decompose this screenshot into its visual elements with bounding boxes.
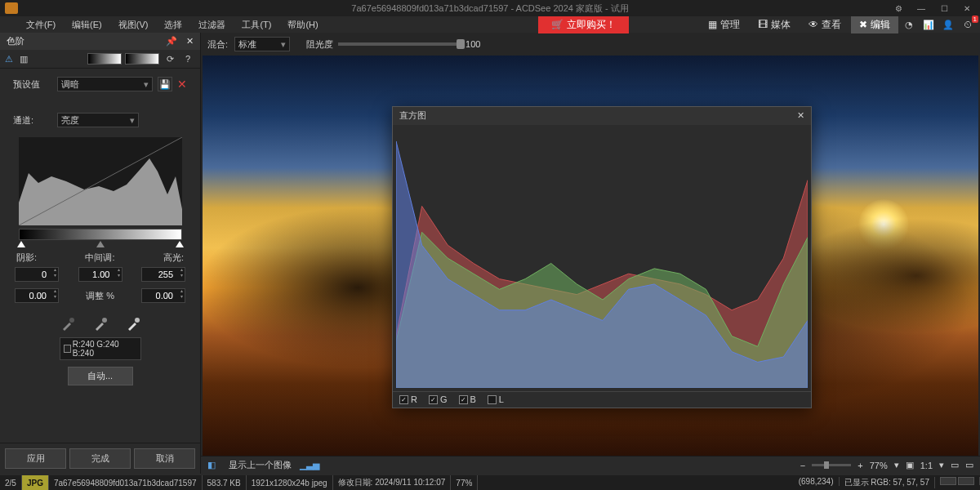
blend-dropdown[interactable]: 标准: [234, 37, 290, 51]
black-point-eyedropper[interactable]: [60, 316, 76, 332]
output-gradient[interactable]: [125, 53, 159, 65]
shadow-handle[interactable]: [17, 241, 25, 247]
dashboard-icon[interactable]: ◔: [900, 17, 918, 32]
input-gradient[interactable]: [87, 53, 122, 65]
status-swatches: [935, 477, 980, 485]
prev-image-icon[interactable]: ◧: [207, 460, 220, 471]
histogram-chart: [393, 125, 811, 391]
prefs-icon[interactable]: ⚙: [889, 2, 908, 14]
preset-label: 预设值: [13, 78, 52, 91]
shadows-input[interactable]: 0: [15, 267, 59, 282]
check-b[interactable]: ✓B: [459, 394, 476, 404]
user-icon[interactable]: 👤: [939, 17, 957, 32]
opacity-thumb[interactable]: [457, 39, 465, 49]
tool-b-icon[interactable]: ▭: [965, 460, 973, 470]
highlight-handle[interactable]: [176, 241, 184, 247]
ratio-dropdown-icon[interactable]: ▾: [939, 460, 944, 470]
statusbar: 2/5 JPG 7a67e56948809fd013a71b3dcad71597…: [0, 475, 980, 490]
menu-edit[interactable]: 编辑(E): [65, 17, 109, 33]
hist-toggle-icon[interactable]: ▥: [16, 53, 31, 65]
eye-icon: 👁: [808, 19, 818, 30]
check-g[interactable]: ✓G: [429, 394, 448, 404]
fit-icon[interactable]: ▣: [906, 460, 914, 470]
svg-point-3: [102, 318, 107, 323]
save-preset-button[interactable]: 💾: [158, 77, 172, 91]
window-title: 7a67e56948809fd013a71b3dcad71597 - ACDSe…: [351, 2, 628, 15]
tab-media-label: 媒体: [771, 18, 791, 32]
histogram-titlebar[interactable]: 直方图 ✕: [393, 107, 811, 125]
window-controls: ⚙ — ☐ ✕: [889, 2, 980, 14]
reset-icon[interactable]: ⟳: [163, 53, 177, 65]
tab-view[interactable]: 👁查看: [800, 16, 849, 33]
midtones-input[interactable]: 1.00: [78, 267, 122, 282]
channel-value: 亮度: [61, 114, 79, 127]
zoom-in-icon[interactable]: +: [858, 461, 862, 470]
mode-tabs: ▦管理 🎞媒体 👁查看 ✖编辑 ◔ 📊 👤 ⏲1: [700, 16, 977, 33]
tab-media[interactable]: 🎞媒体: [750, 16, 799, 33]
rgb-readout-text: R:240 G:240 B:240: [73, 340, 137, 358]
opacity-value: 100: [466, 39, 480, 49]
shadows-pct-input[interactable]: 0.00: [15, 288, 59, 303]
channel-label: 通道:: [13, 114, 52, 127]
menu-view[interactable]: 视图(V): [112, 17, 155, 33]
panel-close-icon[interactable]: ✕: [186, 36, 194, 46]
blend-label: 混合:: [207, 38, 228, 51]
buy-now-button[interactable]: 🛒 立即购买！: [538, 16, 629, 33]
cart-icon: 🛒: [551, 19, 564, 30]
gray-point-eyedropper[interactable]: [92, 316, 109, 332]
menu-filter[interactable]: 过滤器: [192, 17, 232, 33]
highlights-label: 高光:: [163, 252, 184, 264]
highlights-pct-input[interactable]: 0.00: [141, 288, 185, 303]
zoom-thumb[interactable]: [824, 461, 829, 469]
panel-title-controls: 📌 ✕: [166, 36, 194, 47]
svg-point-4: [135, 318, 140, 323]
status-zoom: 77%: [451, 475, 478, 490]
zoom-out-icon[interactable]: −: [800, 461, 805, 470]
sliders-icon: ✖: [859, 19, 867, 30]
zoom-value: 77%: [870, 461, 888, 470]
stats-icon[interactable]: 📊: [920, 17, 938, 32]
highlights-input[interactable]: 255: [141, 267, 185, 282]
menu-help[interactable]: 帮助(H): [281, 17, 324, 33]
cancel-button[interactable]: 取消: [134, 448, 195, 469]
svg-point-2: [69, 318, 74, 323]
menu-file[interactable]: 文件(F): [20, 17, 62, 33]
histogram-close-icon[interactable]: ✕: [797, 110, 804, 121]
preset-dropdown[interactable]: 调暗: [57, 77, 153, 91]
midtones-label: 中间调:: [85, 252, 114, 264]
tool-a-icon[interactable]: ▭: [951, 460, 959, 470]
pin-icon[interactable]: 📌: [166, 36, 177, 46]
status-format: JPG: [22, 475, 49, 490]
ratio-label[interactable]: 1:1: [920, 461, 933, 470]
apply-button[interactable]: 应用: [5, 448, 66, 469]
notification-badge: 1: [972, 16, 978, 23]
channel-dropdown[interactable]: 亮度: [57, 113, 139, 127]
maximize-button[interactable]: ☐: [934, 2, 954, 14]
tab-edit[interactable]: ✖编辑: [851, 16, 898, 33]
notifications-icon[interactable]: ⏲1: [959, 17, 977, 32]
levels-slider[interactable]: [19, 229, 182, 240]
check-l[interactable]: L: [488, 394, 504, 404]
histogram-icon[interactable]: ▁▃▅: [300, 460, 313, 471]
midtone-handle[interactable]: [96, 241, 105, 247]
delete-preset-button[interactable]: ✕: [177, 78, 187, 91]
warning-icon[interactable]: ⚠: [5, 54, 13, 65]
tab-manage-label: 管理: [720, 18, 740, 32]
white-point-eyedropper[interactable]: [125, 316, 141, 332]
menu-tools[interactable]: 工具(T): [235, 17, 278, 33]
check-r[interactable]: ✓R: [399, 394, 417, 404]
rgb-readout: R:240 G:240 B:240: [60, 337, 141, 360]
help-icon[interactable]: ?: [180, 53, 195, 65]
status-dimensions: 1921x1280x24b jpeg: [247, 475, 333, 490]
zoom-slider[interactable]: [812, 464, 851, 466]
rgb-checkbox[interactable]: [64, 345, 71, 353]
auto-button[interactable]: 自动...: [68, 367, 133, 385]
minimize-button[interactable]: —: [911, 2, 931, 14]
done-button[interactable]: 完成: [69, 448, 131, 469]
titlebar: 7a67e56948809fd013a71b3dcad71597 - ACDSe…: [0, 0, 980, 16]
zoom-dropdown-icon[interactable]: ▾: [894, 460, 899, 470]
close-button[interactable]: ✕: [957, 2, 977, 14]
menu-select[interactable]: 选择: [158, 17, 189, 33]
tab-manage[interactable]: ▦管理: [700, 16, 748, 33]
opacity-slider[interactable]: [338, 42, 461, 46]
